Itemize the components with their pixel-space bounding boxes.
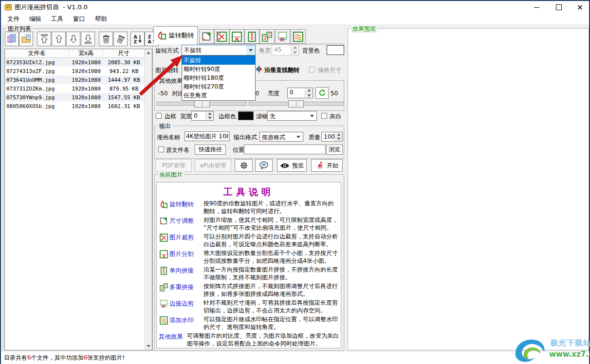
epub-manage-label: ePub管理 [200,162,226,170]
filter-select[interactable]: 无 [267,111,317,121]
quality-stepper[interactable]: 100 [321,132,343,142]
original-name-checkbox[interactable] [158,146,164,152]
move-down-button[interactable] [66,32,80,46]
brightness-max-label: 50 [331,90,338,97]
help-item-label: 边接边剪 [169,299,203,308]
table-row[interactable]: 07274313oZF.jpg1920x1080943.22 KB [5,67,145,75]
feedback-button[interactable] [255,159,273,172]
site-name: 极光下载站 [550,338,590,348]
list-scrollbar[interactable] [145,49,152,350]
table-row[interactable]: 075730YWnp9.jpg1920x10801547.55 KB [5,93,145,102]
add-folder-button[interactable] [19,32,33,46]
menu-file[interactable]: 文件 [7,15,19,23]
chevron-down-icon[interactable] [246,45,255,55]
tab-vertical-join[interactable] [244,29,259,44]
help-item-desc: 按矩阵方式拼接图片，不规则图将调整尺寸后再进行拼接，如将多张图拼接成四格漫画形式… [203,283,339,298]
tab-watermark[interactable] [291,29,306,44]
delete-button[interactable] [99,32,113,46]
browse-button[interactable]: 浏览 [326,145,343,155]
comic-name-input[interactable] [184,131,230,141]
tab-rotate-flip[interactable]: 旋转翻转 [153,26,198,44]
add-images-button[interactable] [5,32,19,46]
table-row[interactable]: 072353UIklZ.jpg1920x10802085.30 KB [5,58,145,67]
dropdown-option[interactable]: 顺时针转90度 [182,65,255,73]
bgcolor-label: 背景色 [302,47,320,54]
border-width-label: 宽度 [180,113,192,120]
brightness-down-icon[interactable] [305,93,313,98]
brightness-up-icon[interactable] [305,88,313,93]
close-button[interactable]: ✕ [569,1,590,14]
rotate-mode-dropdown: 不旋转 顺时针转90度 顺时针转180度 顺时针转270度 任意角度 [182,55,256,101]
brightness-stepper[interactable]: 0 [287,88,313,98]
grayscale-checkbox[interactable] [321,113,327,119]
tab-edge-trim[interactable] [275,29,290,44]
browse-label: 浏览 [329,146,340,154]
tab-multi-join[interactable] [259,29,275,44]
tab-resize[interactable] [199,29,214,44]
rotate-mode-select[interactable]: 不旋转 [182,45,256,55]
contrast-slider[interactable] [156,102,247,106]
preview-button[interactable]: 预览 [277,159,307,172]
move-top-button[interactable] [37,32,51,46]
contrast-slider-thumb[interactable] [194,100,210,108]
table-row[interactable]: 073731ZOZKm.jpg1920x1080879.95 KB [5,84,145,93]
location-input[interactable] [244,145,326,154]
dropdown-option[interactable]: 任意角度 [182,91,255,100]
delete-all-button[interactable] [113,32,128,46]
dropdown-option[interactable]: 顺时针转180度 [182,73,255,82]
sort-az-button[interactable]: AZ [130,32,145,46]
output-format-label: 输出格式 [234,134,257,141]
tab-split[interactable] [229,29,244,44]
help-item: 图片裁剪 可以分别对图片四个边进行白边裁剪，支持自动分析白边裁剪，可设定噪点和颜… [160,233,339,248]
quick-path-button[interactable]: 快速路径 [195,145,226,155]
scroll-up-icon[interactable] [145,49,152,56]
brightness-slider-thumb[interactable] [288,100,304,108]
rotate-mode-value: 不旋转 [182,45,246,55]
menu-edit[interactable]: 编辑 [29,15,41,23]
flip-vertical-icon[interactable] [255,65,263,73]
border-width-down-icon[interactable] [206,116,213,121]
menu-tools[interactable]: 工具 [51,15,63,23]
menu-window[interactable]: 窗口 [73,15,85,23]
filter-label: 滤镜 [256,113,268,120]
scroll-down-icon[interactable] [145,343,152,350]
quality-down-icon[interactable] [335,137,342,142]
border-width-up-icon[interactable] [206,111,213,116]
file-name: 0805060XOSb.jpg [5,103,69,109]
border-width-stepper[interactable]: 0 [191,111,214,121]
help-item-desc: 将大图按设定的数量分割也若干个小图，支持按尺寸分割或按数量平分，如把四格漫画分成… [203,250,339,265]
help-item-label: 旋转翻转 [169,200,203,209]
table-row[interactable]: 0805060XOSb.jpg1920x10801602.31 KB [5,102,145,110]
preview-panel-label: 效果预览 [351,25,377,33]
help-item-desc: 可以指定图片做成水印帖在指定位置，可以调整水印的尺寸、透明度和旋转角度。 [203,316,339,331]
move-up-button[interactable] [52,32,66,46]
column-filename[interactable]: 文件名 [5,49,69,57]
brightness-slider[interactable] [249,102,344,106]
bgcolor-swatch[interactable] [327,45,344,55]
start-button[interactable]: 开始 [311,159,343,172]
tab-crop[interactable] [214,29,229,44]
chevron-down-icon[interactable] [308,111,316,120]
file-list-header[interactable]: 文件名 宽x高 尺寸 [5,49,152,58]
dropdown-option[interactable]: 不旋转 [182,56,255,65]
menu-help[interactable]: 帮助 [95,15,107,23]
chevron-down-icon[interactable] [294,132,303,141]
dropdown-option[interactable]: 顺时针转270度 [182,83,255,91]
border-checkbox[interactable] [156,113,162,119]
border-color-swatch[interactable] [238,111,254,120]
help-item-desc: 沿某一方向按指定数量图片拼接，不拼接方向的长度不做限制，支持不规则图片拼接。 [203,266,339,281]
settings-button[interactable] [235,159,253,172]
column-size[interactable]: 尺寸 [103,49,145,57]
crop-icon [160,233,169,242]
brightness-reset-button[interactable] [315,87,329,99]
table-row[interactable]: 073641UoOMM.jpg1920x10801444.97 KB [5,75,145,84]
quality-up-icon[interactable] [335,132,342,137]
move-bottom-button[interactable] [81,32,95,46]
output-format-select[interactable]: 按原格式 [259,132,303,142]
app-icon [4,3,12,11]
maximize-button[interactable] [548,1,570,14]
flip-vertical-label[interactable]: 沿垂直线翻转 [264,67,299,73]
minimize-button[interactable] [526,1,548,14]
comic-name-label: 漫画名称 [157,134,180,141]
column-dimensions[interactable]: 宽x高 [69,49,103,57]
